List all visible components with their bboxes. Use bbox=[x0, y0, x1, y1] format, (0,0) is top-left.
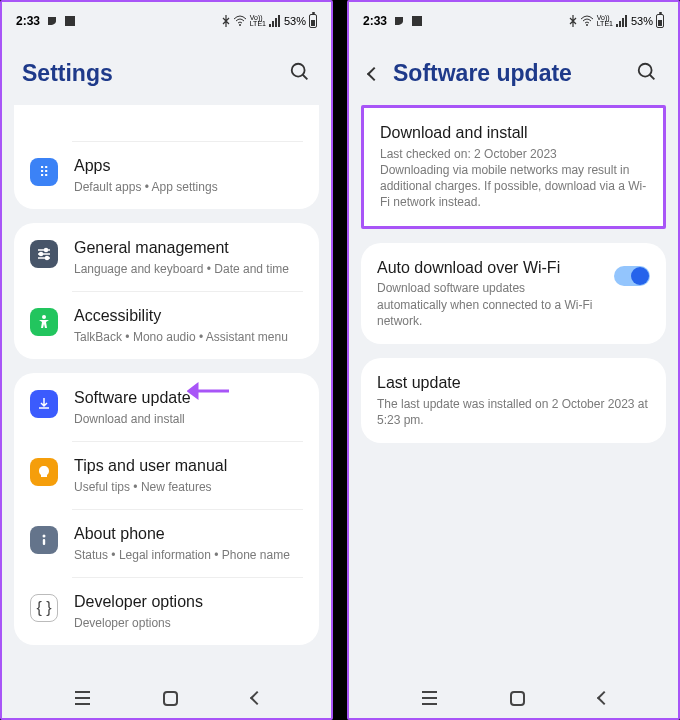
status-bar: 2:33 Vo))LTE1 53% bbox=[2, 2, 331, 36]
nav-home-icon[interactable] bbox=[510, 691, 525, 706]
row-title: Auto download over Wi-Fi bbox=[377, 258, 598, 279]
row-title: About phone bbox=[74, 524, 303, 545]
nav-back-icon[interactable] bbox=[250, 691, 264, 705]
pointer-arrow-icon bbox=[187, 381, 231, 405]
nav-recent-icon[interactable] bbox=[422, 691, 437, 705]
card-about-group: Software update Download and install Tip… bbox=[14, 373, 319, 645]
status-wifi-icon bbox=[233, 15, 247, 27]
card-apps-group: . ⠿ Apps Default apps • App settings bbox=[14, 105, 319, 209]
info-icon bbox=[30, 526, 58, 554]
svg-point-13 bbox=[46, 256, 49, 259]
svg-rect-3 bbox=[272, 21, 274, 27]
last-update-card: Last update The last update was installe… bbox=[361, 358, 666, 443]
svg-point-11 bbox=[45, 248, 48, 251]
settings-screen: 2:33 Vo))LTE1 53% Settings . ⠿ bbox=[0, 0, 333, 720]
settings-row-apps[interactable]: ⠿ Apps Default apps • App settings bbox=[14, 141, 319, 209]
auto-download-toggle[interactable] bbox=[614, 266, 650, 286]
row-title: General management bbox=[74, 238, 303, 259]
software-update-screen: 2:33 Vo))LTE1 53% Software update Downlo… bbox=[347, 0, 680, 720]
nav-bar bbox=[349, 678, 678, 718]
status-bt-icon bbox=[222, 15, 230, 27]
page-title: Settings bbox=[22, 60, 113, 87]
update-list: Download and install Last checked on: 2 … bbox=[349, 105, 678, 678]
svg-rect-17 bbox=[412, 16, 422, 26]
apps-icon: ⠿ bbox=[30, 158, 58, 186]
settings-row-accessibility[interactable]: Accessibility TalkBack • Mono audio • As… bbox=[14, 291, 319, 359]
status-bt-icon bbox=[569, 15, 577, 27]
header: Software update bbox=[349, 36, 678, 105]
svg-point-14 bbox=[42, 315, 46, 319]
row-sub: TalkBack • Mono audio • Assistant menu bbox=[74, 329, 303, 345]
status-signal-icon bbox=[616, 15, 628, 27]
status-album-icon bbox=[64, 15, 76, 27]
status-signal-icon bbox=[269, 15, 281, 27]
sliders-icon bbox=[30, 240, 58, 268]
page-title: Software update bbox=[393, 60, 572, 87]
battery-icon bbox=[656, 14, 664, 28]
auto-download-row[interactable]: Auto download over Wi-Fi Download softwa… bbox=[361, 243, 666, 344]
status-app-icon bbox=[393, 15, 405, 27]
nav-home-icon[interactable] bbox=[163, 691, 178, 706]
row-sub: Status • Legal information • Phone name bbox=[74, 547, 303, 563]
svg-rect-2 bbox=[269, 24, 271, 27]
svg-point-6 bbox=[292, 63, 305, 76]
svg-rect-21 bbox=[622, 18, 624, 27]
status-volte: Vo))LTE1 bbox=[597, 15, 613, 28]
row-title: Accessibility bbox=[74, 306, 303, 327]
row-title: Download and install bbox=[380, 123, 647, 144]
settings-list: . ⠿ Apps Default apps • App settings Gen… bbox=[2, 105, 331, 678]
settings-row-software-update[interactable]: Software update Download and install bbox=[14, 373, 319, 441]
svg-rect-4 bbox=[275, 18, 277, 27]
status-time: 2:33 bbox=[363, 14, 387, 28]
row-sub: Useful tips • New features bbox=[74, 479, 303, 495]
svg-rect-0 bbox=[65, 16, 75, 26]
settings-row-developer[interactable]: { } Developer options Developer options bbox=[14, 577, 319, 645]
svg-point-12 bbox=[40, 252, 43, 255]
svg-point-23 bbox=[639, 63, 652, 76]
row-title: Tips and user manual bbox=[74, 456, 303, 477]
svg-rect-5 bbox=[278, 15, 280, 27]
battery-icon bbox=[309, 14, 317, 28]
status-time: 2:33 bbox=[16, 14, 40, 28]
status-bar: 2:33 Vo))LTE1 53% bbox=[349, 2, 678, 36]
row-sub: Download software updates automatically … bbox=[377, 280, 598, 329]
search-icon[interactable] bbox=[289, 61, 311, 87]
status-battery-pct: 53% bbox=[284, 15, 306, 27]
header: Settings bbox=[2, 36, 331, 105]
nav-bar bbox=[2, 678, 331, 718]
svg-point-18 bbox=[586, 24, 588, 26]
svg-point-1 bbox=[239, 24, 241, 26]
search-icon[interactable] bbox=[636, 61, 658, 87]
braces-icon: { } bbox=[30, 594, 58, 622]
status-volte: Vo))LTE1 bbox=[250, 15, 266, 28]
nav-back-icon[interactable] bbox=[597, 691, 611, 705]
settings-row-about[interactable]: About phone Status • Legal information •… bbox=[14, 509, 319, 577]
nav-recent-icon[interactable] bbox=[75, 691, 90, 705]
row-title: Apps bbox=[74, 156, 303, 177]
svg-line-7 bbox=[303, 74, 308, 79]
svg-rect-20 bbox=[619, 21, 621, 27]
lightbulb-icon bbox=[30, 458, 58, 486]
auto-download-card: Auto download over Wi-Fi Download softwa… bbox=[361, 243, 666, 344]
status-app-icon bbox=[46, 15, 58, 27]
row-sub: Developer options bbox=[74, 615, 303, 631]
status-wifi-icon bbox=[580, 15, 594, 27]
row-sub: Language and keyboard • Date and time bbox=[74, 261, 303, 277]
row-title: Developer options bbox=[74, 592, 303, 613]
svg-rect-22 bbox=[625, 15, 627, 27]
status-album-icon bbox=[411, 15, 423, 27]
svg-line-24 bbox=[650, 74, 655, 79]
svg-rect-16 bbox=[43, 539, 45, 545]
accessibility-icon bbox=[30, 308, 58, 336]
download-install-row[interactable]: Download and install Last checked on: 2 … bbox=[361, 105, 666, 229]
status-battery-pct: 53% bbox=[631, 15, 653, 27]
row-sub: Default apps • App settings bbox=[74, 179, 303, 195]
row-title: Last update bbox=[377, 373, 650, 394]
settings-row-tips[interactable]: Tips and user manual Useful tips • New f… bbox=[14, 441, 319, 509]
back-arrow-icon[interactable] bbox=[367, 66, 381, 80]
svg-rect-19 bbox=[616, 24, 618, 27]
download-icon bbox=[30, 390, 58, 418]
last-update-row[interactable]: Last update The last update was installe… bbox=[361, 358, 666, 443]
row-sub: The last update was installed on 2 Octob… bbox=[377, 396, 650, 428]
settings-row-general[interactable]: General management Language and keyboard… bbox=[14, 223, 319, 291]
